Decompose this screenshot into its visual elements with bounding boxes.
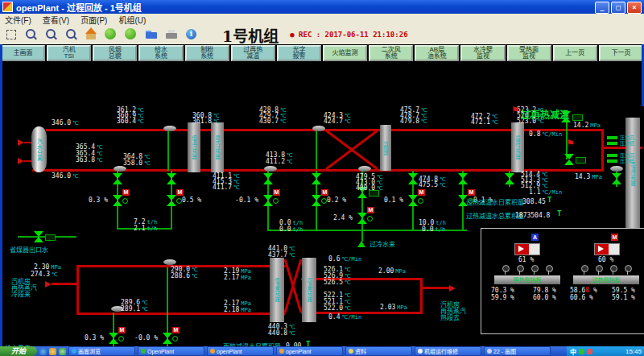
schematic-label: 0.6℃/Min xyxy=(328,256,361,263)
damper-bar: 再热侧挡板 xyxy=(494,275,560,284)
actuator-icon xyxy=(581,265,588,272)
schematic-label: 274.3℃ xyxy=(31,271,58,278)
damper-feedback-value: 60.6 % xyxy=(570,294,593,301)
system-tray: 中 15:45 xyxy=(567,346,644,356)
actuator-stem xyxy=(519,271,520,275)
forward-icon[interactable] xyxy=(123,27,141,43)
valve-icon[interactable] xyxy=(167,173,176,184)
title-bar: openPlant - 过程回放 - 1号机组 _□× xyxy=(0,0,644,14)
motor-valve-icon[interactable] xyxy=(263,195,273,206)
tagged-valve-icon[interactable] xyxy=(34,231,43,242)
schematic-label: 360.4℃ xyxy=(117,118,144,125)
actuator-stem xyxy=(534,271,535,275)
zoom-in-icon[interactable] xyxy=(23,27,40,43)
close-button[interactable]: × xyxy=(627,2,642,14)
valve-opening-label: 0.3 % xyxy=(75,335,104,342)
schematic-label: 0.0t/h xyxy=(279,226,303,233)
motor-valve-icon[interactable] xyxy=(408,195,418,206)
heat-exchanger-bar: 后屏过热器 xyxy=(511,122,524,172)
valve-icon[interactable] xyxy=(312,173,321,184)
motor-badge: M xyxy=(468,189,475,196)
schematic-label: 热段去 xyxy=(440,315,460,321)
task-button-0[interactable]: 画面浏览 xyxy=(68,346,135,356)
actuator-icon xyxy=(610,265,617,272)
schematic-label: 2.03MPa xyxy=(380,304,407,311)
minimize-button[interactable]: _ xyxy=(595,2,609,14)
damper-mode-badge: A xyxy=(531,234,539,241)
ie-icon[interactable] xyxy=(39,348,47,355)
heat-exchanger-bar: 低温再热器 xyxy=(270,258,284,322)
info-icon[interactable]: i xyxy=(184,27,201,43)
valve-icon[interactable] xyxy=(263,173,273,184)
schematic-label: 过冷水来 xyxy=(369,242,395,248)
schematic-label: 2.1t/h xyxy=(134,226,157,232)
task-button-6[interactable]: 22 - 画图 xyxy=(484,346,551,356)
flow-arrow xyxy=(45,281,52,288)
rec-dot: ● xyxy=(290,31,294,39)
schematic-label: 2.00MPa xyxy=(378,268,406,275)
print-icon[interactable] xyxy=(163,27,181,43)
zoom-reset-icon[interactable] xyxy=(63,27,80,43)
open-icon[interactable] xyxy=(143,27,161,43)
menu-item-2[interactable]: 页面(P) xyxy=(80,14,107,26)
pressure-indicator-label: 压力低 xyxy=(620,141,634,146)
task-button-5[interactable]: 机组运行维修 xyxy=(415,346,481,356)
valve-tag xyxy=(576,157,586,164)
start-button[interactable]: 开始 xyxy=(0,346,37,356)
task-button-2[interactable]: openPlant xyxy=(207,346,274,356)
task-button-1[interactable]: OpenPlant xyxy=(138,346,204,356)
damper-feedback-value: 59.1 % xyxy=(612,294,635,301)
motor-valve-icon[interactable] xyxy=(167,195,176,206)
back-icon[interactable] xyxy=(103,27,121,43)
valve-icon[interactable] xyxy=(113,173,122,184)
window-title: openPlant - 过程回放 - 1号机组 xyxy=(16,1,142,14)
schematic-label: 480.0℃ xyxy=(356,185,383,192)
tray-alert-icon[interactable] xyxy=(587,349,592,354)
actuator-icon xyxy=(596,265,603,272)
schematic-label: 424.7℃ xyxy=(324,118,351,125)
task-buttons: 画面浏览OpenPlantopenPlantopenPlant资料机组运行维修2… xyxy=(66,346,567,356)
valve-tag xyxy=(45,234,56,241)
schematic-label: 526.5℃ xyxy=(324,279,351,286)
actuator-icon xyxy=(625,265,632,272)
valve-opening-label: 2.4 % xyxy=(324,215,353,221)
actuator-stem xyxy=(584,271,584,275)
menu-item-0[interactable]: 文件(F) xyxy=(5,14,31,26)
menu-item-3[interactable]: 机组(U) xyxy=(118,14,146,26)
menu-item-1[interactable]: 查看(V) xyxy=(43,14,69,26)
damper-position: 61 % xyxy=(518,256,534,263)
schematic-label: 346.0℃ xyxy=(52,173,79,180)
valve-tag xyxy=(572,114,583,121)
valve-icon[interactable] xyxy=(408,173,418,184)
motor-valve-icon[interactable] xyxy=(312,195,321,206)
mail-icon[interactable] xyxy=(49,348,56,355)
heat-exchanger-bar: 高温过热器 xyxy=(625,118,640,230)
motor-valve-icon[interactable] xyxy=(357,213,367,224)
motor-valve-icon[interactable] xyxy=(163,333,172,344)
schematic-label: 0.8℃/Min xyxy=(529,131,562,138)
tagged-valve-icon[interactable] xyxy=(564,154,574,165)
valve-icon[interactable] xyxy=(612,173,621,184)
valve-icon[interactable] xyxy=(458,173,468,184)
maximize-button[interactable]: □ xyxy=(611,2,625,14)
app-icon xyxy=(2,2,13,12)
motor-valve-icon[interactable] xyxy=(113,195,122,206)
valve-opening-label: 0.2 % xyxy=(327,197,346,204)
schematic-label: 1.1℃/Min xyxy=(529,189,562,196)
schematic-label: 411.7℃ xyxy=(213,184,240,191)
zoom-out-icon[interactable] xyxy=(43,27,60,43)
language-indicator[interactable]: 中 xyxy=(570,347,576,356)
select-icon[interactable] xyxy=(2,27,20,43)
task-button-3[interactable]: openPlant xyxy=(276,346,343,356)
quick-launch xyxy=(37,348,66,355)
schematic-label: 1873504.8 xyxy=(515,213,550,219)
motor-valve-icon[interactable] xyxy=(109,333,118,344)
menu-bar: 文件(F)查看(V)页面(P)机组(U) xyxy=(0,14,644,26)
valve-icon[interactable] xyxy=(505,173,514,184)
pipe-segment xyxy=(420,278,423,314)
home-icon[interactable] xyxy=(83,27,101,43)
separator-cylinder: 汽水分离 xyxy=(31,126,47,172)
task-button-4[interactable]: 资料 xyxy=(345,346,412,356)
tray-shield-icon[interactable] xyxy=(579,349,584,354)
desktop-icon[interactable] xyxy=(59,348,66,355)
